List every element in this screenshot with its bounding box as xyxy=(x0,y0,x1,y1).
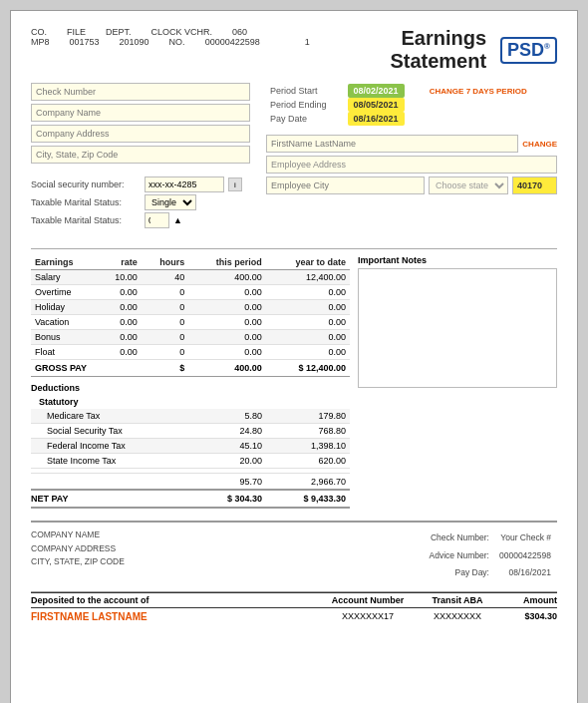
employee-change-button[interactable]: CHANGE xyxy=(522,140,557,149)
gross-ytd: $ 12,400.00 xyxy=(266,360,350,377)
employee-zip-input[interactable] xyxy=(512,176,557,194)
marital-select[interactable]: Single xyxy=(145,194,196,210)
deposit-amount: $304.30 xyxy=(497,611,557,622)
earnings-notes-section: Earnings rate hours this period year to … xyxy=(31,255,557,509)
ss-ytd: 768.80 xyxy=(266,424,350,439)
table-row: Social Security Tax 24.80 768.80 xyxy=(31,424,350,439)
deposit-col4-header: Amount xyxy=(497,595,557,605)
earnings-col-period: this period xyxy=(188,255,266,270)
marital-num-input[interactable] xyxy=(145,212,169,228)
check-number-val: Your Check # xyxy=(495,530,555,546)
overtime-hours: 0 xyxy=(142,285,188,300)
change-7days-link[interactable]: CHANGE 7 DAYS PERIOD xyxy=(430,87,527,96)
period-end-label: Period Ending xyxy=(268,99,344,111)
vchr-val: 060 xyxy=(232,27,247,37)
footer-city-state-zip: CITY, STATE, ZIP CODE xyxy=(31,555,125,569)
deductions-totals-row: 95.70 2,966.70 xyxy=(31,474,350,491)
psd-logo: PSD® xyxy=(500,37,557,64)
ssn-section: Social security number: i Taxable Marita… xyxy=(31,176,250,228)
totals-empty xyxy=(31,474,194,491)
overtime-rate: 0.00 xyxy=(98,285,142,300)
net-pay-row: NET PAY $ 304.30 $ 9,433.30 xyxy=(31,490,350,508)
deposit-section: Deposited to the account of Account Numb… xyxy=(31,591,557,625)
float-period: 0.00 xyxy=(188,345,266,360)
fed-ytd: 1,398.10 xyxy=(266,439,350,454)
top-section: Social security number: i Taxable Marita… xyxy=(31,83,557,236)
bonus-hours: 0 xyxy=(142,330,188,345)
vacation-ytd: 0.00 xyxy=(266,315,350,330)
footer-payday-row: Pay Day: 08/16/2021 xyxy=(426,565,555,581)
employee-name-input[interactable] xyxy=(266,135,518,153)
employee-address-field[interactable]: Employee Address xyxy=(266,156,557,174)
net-pay-label: NET PAY xyxy=(31,490,194,508)
salary-ytd: 12,400.00 xyxy=(266,270,350,285)
employee-city-row: Choose state xyxy=(266,176,557,194)
table-row: Salary 10.00 40 400.00 12,400.00 xyxy=(31,270,350,285)
table-row: Holiday 0.00 0 0.00 0.00 xyxy=(31,300,350,315)
earnings-col-ytd: year to date xyxy=(266,255,350,270)
deductions-table: Deductions Statutory Medicare Tax 5.80 1… xyxy=(31,381,350,509)
pay-date-label: Pay Date xyxy=(268,113,344,125)
gross-pay-row: GROSS PAY $ 400.00 $ 12,400.00 xyxy=(31,360,350,377)
footer-two-col: COMPANY NAME COMPANY ADDRESS CITY, STATE… xyxy=(31,528,557,583)
notes-column: Important Notes xyxy=(358,255,557,509)
deductions-label-row: Deductions xyxy=(31,381,350,395)
company-address-input[interactable] xyxy=(31,125,250,143)
medicare-ytd: 179.80 xyxy=(266,409,350,424)
vacation-hours: 0 xyxy=(142,315,188,330)
footer-company-name: COMPANY NAME xyxy=(31,528,125,542)
file-label: FILE xyxy=(67,27,86,37)
marital-label2: Taxable Marital Status: xyxy=(31,215,141,225)
state-ytd: 620.00 xyxy=(266,454,350,469)
ssn-info-icon[interactable]: i xyxy=(228,177,242,191)
table-row: State Income Tax 20.00 620.00 xyxy=(31,454,350,469)
employee-state-select[interactable]: Choose state xyxy=(429,176,508,194)
city-state-zip-input[interactable] xyxy=(31,146,250,164)
employee-address-placeholder: Employee Address xyxy=(271,160,346,170)
check-number-label: Check Number: xyxy=(426,530,493,546)
section-divider-1 xyxy=(31,248,557,249)
holiday-name: Holiday xyxy=(31,300,98,315)
file-val: 001753 xyxy=(70,37,100,47)
footer-company-info: COMPANY NAME COMPANY ADDRESS CITY, STATE… xyxy=(31,528,125,583)
vacation-period: 0.00 xyxy=(188,315,266,330)
ssn-row: Social security number: i xyxy=(31,176,250,192)
advice-label: Advice Number: xyxy=(426,548,493,564)
float-ytd: 0.00 xyxy=(266,345,350,360)
net-ytd: $ 9,433.30 xyxy=(266,490,350,508)
earnings-statement-page: CO. FILE DEPT. CLOCK VCHR. 060 MP8 00175… xyxy=(10,10,578,703)
salary-rate: 10.00 xyxy=(98,270,142,285)
footer-divider xyxy=(31,521,557,523)
fed-name: Federal Income Tax xyxy=(31,439,194,454)
dept-val: 201090 xyxy=(120,37,149,47)
overtime-name: Overtime xyxy=(31,285,98,300)
check-number-input[interactable] xyxy=(31,83,250,101)
earnings-col-name: Earnings xyxy=(31,255,98,270)
ssn-input[interactable] xyxy=(145,176,224,192)
salary-hours: 40 xyxy=(142,270,188,285)
deposit-name: FIRSTNAME LASTNAME xyxy=(31,611,318,622)
marital-label: Taxable Marital Status: xyxy=(31,197,141,207)
notes-header: Important Notes xyxy=(358,255,557,265)
earnings-col-rate: rate xyxy=(98,255,142,270)
company-fields: Social security number: i Taxable Marita… xyxy=(31,83,250,236)
advice-val: 00000422598 xyxy=(495,548,555,564)
employee-city-input[interactable] xyxy=(266,176,425,194)
notes-textarea[interactable] xyxy=(358,268,557,388)
footer-advice-row: Advice Number: 00000422598 xyxy=(426,548,555,564)
clock-no-label: NO. xyxy=(169,37,185,47)
marital-status-row: Taxable Marital Status: Single xyxy=(31,194,250,210)
deposit-account: XXXXXXX17 xyxy=(318,611,418,622)
statutory-label: Statutory xyxy=(31,395,350,409)
net-period: $ 304.30 xyxy=(194,490,266,508)
title-section: Earnings Statement PSD® xyxy=(310,27,557,73)
holiday-hours: 0 xyxy=(142,300,188,315)
deposit-data-row: FIRSTNAME LASTNAME XXXXXXX17 XXXXXXXX $3… xyxy=(31,608,557,625)
period-start-row: Period Start 08/02/2021 CHANGE 7 DAYS PE… xyxy=(268,85,555,97)
ssn-label: Social security number: xyxy=(31,179,141,189)
footer-check-row: Check Number: Your Check # xyxy=(426,530,555,546)
company-name-input[interactable] xyxy=(31,104,250,122)
footer-section: COMPANY NAME COMPANY ADDRESS CITY, STATE… xyxy=(31,528,557,583)
gross-period: 400.00 xyxy=(188,360,266,377)
gross-dollar: $ xyxy=(142,360,188,377)
